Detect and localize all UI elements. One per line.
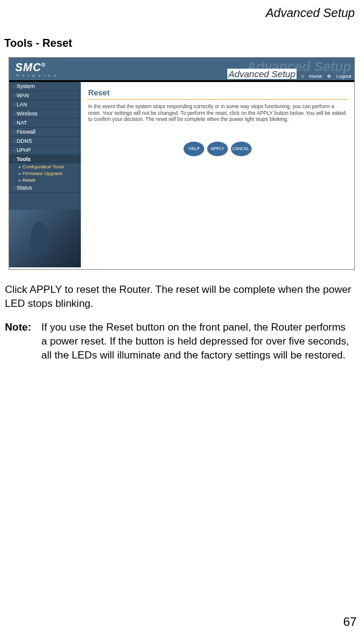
panel-description: In the event that the system stops respo… xyxy=(87,100,348,126)
nav-status[interactable]: Status xyxy=(9,184,81,193)
sidebar-image xyxy=(9,210,81,267)
body-paragraph: Click APPLY to reset the Router. The res… xyxy=(0,270,364,311)
running-header: Advanced Setup xyxy=(0,0,364,20)
banner-label: Advanced Setup xyxy=(227,69,297,79)
panel-title: Reset xyxy=(87,86,348,100)
nav-sub-reset[interactable]: Reset xyxy=(9,177,81,184)
sidebar: System WAN LAN Wireless NAT Firewall DDN… xyxy=(9,82,81,267)
nav-upnp[interactable]: UPnP xyxy=(9,146,81,155)
help-button[interactable]: HELP xyxy=(184,142,204,156)
nav-system[interactable]: System xyxy=(9,82,81,91)
logout-link[interactable]: ⊗ Logout xyxy=(327,74,351,79)
router-header: SMC® N e t w o r k s Advanced Setup Adva… xyxy=(9,58,354,82)
note-label: Note: xyxy=(5,321,41,363)
smc-logo: SMC® xyxy=(15,61,46,74)
nav-ddns[interactable]: DDNS xyxy=(9,137,81,146)
page-number: 67 xyxy=(343,615,357,629)
nav-tools[interactable]: Tools xyxy=(9,155,81,163)
nav-wan[interactable]: WAN xyxy=(9,91,81,100)
note-text: If you use the Reset button on the front… xyxy=(41,321,353,363)
nav-sub-config[interactable]: Configuration Tools xyxy=(9,163,81,170)
nav-lan[interactable]: LAN xyxy=(9,100,81,109)
home-link[interactable]: ⌂ Home xyxy=(301,74,322,79)
header-links: ⌂ Home ⊗ Logout xyxy=(298,74,351,79)
nav-wireless[interactable]: Wireless xyxy=(9,109,81,118)
apply-button[interactable]: APPLY xyxy=(207,142,228,156)
nav-sub-firmware[interactable]: Firmware Upgrade xyxy=(9,170,81,177)
note-block: Note: If you use the Reset button on the… xyxy=(0,311,364,363)
logo-subtext: N e t w o r k s xyxy=(16,74,57,77)
nav-firewall[interactable]: Firewall xyxy=(9,128,81,137)
button-row: HELP APPLY CANCEL xyxy=(87,142,348,156)
content-panel: Reset In the event that the system stops… xyxy=(81,82,354,267)
cancel-button[interactable]: CANCEL xyxy=(231,142,252,156)
section-title: Tools - Reset xyxy=(0,20,364,57)
router-ui-screenshot: SMC® N e t w o r k s Advanced Setup Adva… xyxy=(9,57,355,270)
nav: System WAN LAN Wireless NAT Firewall DDN… xyxy=(9,82,81,193)
nav-nat[interactable]: NAT xyxy=(9,118,81,128)
